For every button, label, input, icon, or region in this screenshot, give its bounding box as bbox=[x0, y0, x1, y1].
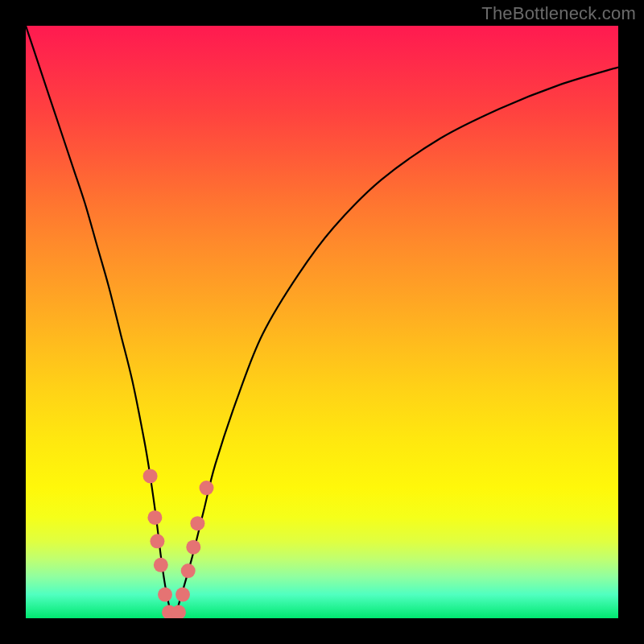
curve-marker bbox=[200, 481, 214, 495]
chart-frame: TheBottleneck.com bbox=[0, 0, 644, 644]
curve-marker bbox=[175, 588, 190, 602]
curve-marker bbox=[190, 516, 204, 530]
curve-marker bbox=[186, 540, 200, 555]
curve-marker bbox=[147, 510, 162, 525]
curve-marker bbox=[158, 588, 172, 602]
plot-area bbox=[26, 26, 618, 618]
curve-marker bbox=[181, 564, 196, 578]
curve-marker bbox=[143, 469, 158, 483]
watermark-text: TheBottleneck.com bbox=[481, 3, 636, 24]
bottleneck-curve bbox=[26, 26, 618, 618]
curve-marker bbox=[154, 558, 168, 572]
curve-markers bbox=[143, 469, 214, 618]
curve-marker bbox=[150, 534, 164, 548]
curve-layer bbox=[26, 26, 618, 618]
